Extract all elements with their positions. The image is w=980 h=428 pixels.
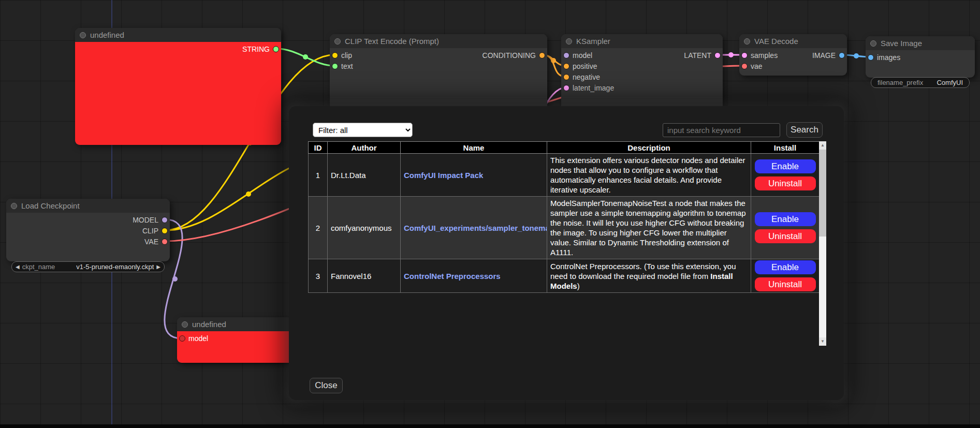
- node-title-bar[interactable]: KSampler: [561, 34, 723, 48]
- decrement-arrow-icon[interactable]: ◀: [16, 264, 20, 270]
- scrollbar-down-icon[interactable]: ▼: [819, 337, 826, 346]
- filename-prefix-widget[interactable]: filename_prefix ComfyUI: [871, 77, 970, 88]
- node-title: undefined: [192, 320, 226, 329]
- extension-link[interactable]: ControlNet Preprocessors: [404, 272, 501, 281]
- table-header-row: ID Author Name Description Install: [309, 142, 820, 154]
- search-button[interactable]: Search: [786, 122, 823, 138]
- enable-button[interactable]: Enable: [755, 212, 816, 226]
- increment-arrow-icon[interactable]: ▶: [156, 264, 160, 270]
- cell-install: Enable Uninstall: [751, 154, 820, 197]
- node-title-bar[interactable]: Load Checkpoint: [6, 199, 170, 213]
- wire-midpoint-dot: [854, 53, 859, 58]
- slot-label: positive: [573, 62, 597, 70]
- enable-button[interactable]: Enable: [755, 159, 816, 173]
- node-title-bar[interactable]: undefined: [75, 28, 281, 42]
- wire-midpoint-dot: [551, 58, 556, 63]
- scrollbar-track[interactable]: ▲ ▼: [819, 141, 826, 346]
- wire-midpoint-dot: [728, 52, 734, 57]
- node-collapse-icon[interactable]: [182, 321, 188, 328]
- cell-id: 3: [309, 259, 328, 293]
- uninstall-button[interactable]: Uninstall: [755, 277, 816, 291]
- output-slot-vae[interactable]: VAE: [6, 236, 170, 247]
- slot-dot[interactable]: [714, 52, 721, 58]
- input-slot-negative[interactable]: negative: [561, 71, 723, 82]
- output-slot-image[interactable]: IMAGE: [739, 50, 847, 61]
- output-slot-string[interactable]: STRING: [75, 43, 281, 54]
- node-title: undefined: [90, 31, 124, 39]
- node-save-image[interactable]: Save Image images filename_prefix ComfyU…: [866, 36, 975, 78]
- input-slot-text[interactable]: text: [330, 61, 547, 71]
- input-slot-images[interactable]: images: [866, 52, 975, 63]
- scrollbar-thumb[interactable]: [819, 150, 826, 237]
- slot-dot[interactable]: [273, 46, 279, 52]
- col-header-id: ID: [309, 142, 328, 154]
- widget-value: v1-5-pruned-emaonly.ckpt: [76, 263, 154, 271]
- node-vae-decode[interactable]: VAE Decode samples vae IMAGE: [739, 34, 847, 76]
- extension-table: ID Author Name Description Install 1 Dr.…: [308, 141, 820, 293]
- cell-author: comfyanonymous: [328, 197, 401, 259]
- node-collapse-icon[interactable]: [870, 40, 876, 47]
- slot-label: model: [188, 334, 208, 343]
- table-row: 3 Fannovel16 ControlNet Preprocessors Co…: [309, 259, 820, 293]
- node-load-checkpoint[interactable]: Load Checkpoint MODEL CLIP VAE ◀ ckpt_na…: [6, 199, 170, 261]
- close-button[interactable]: Close: [310, 378, 343, 393]
- cell-name: ControlNet Preprocessors: [401, 259, 547, 293]
- slot-dot[interactable]: [332, 63, 338, 69]
- widget-name: filename_prefix: [877, 79, 923, 86]
- description-text: ControlNet Preprocessors. (To use this e…: [550, 262, 736, 281]
- filter-select[interactable]: Filter: all: [313, 123, 413, 137]
- node-title: KSampler: [576, 37, 610, 46]
- slot-label: latent_image: [573, 84, 614, 92]
- extension-link[interactable]: ComfyUI_experiments/sampler_tonemap: [404, 224, 547, 232]
- slot-label: negative: [573, 73, 600, 81]
- output-slot-conditioning[interactable]: CONDITIONING: [330, 50, 547, 61]
- slot-dot[interactable]: [563, 74, 569, 80]
- node-undefined-top[interactable]: undefined STRING: [75, 28, 281, 145]
- slot-dot[interactable]: [162, 239, 168, 245]
- description-text: ): [577, 282, 580, 290]
- node-collapse-icon[interactable]: [11, 203, 17, 209]
- extension-link[interactable]: ComfyUI Impact Pack: [404, 171, 483, 180]
- output-slot-latent[interactable]: LATENT: [561, 50, 723, 61]
- scrollbar-up-icon[interactable]: ▲: [819, 141, 826, 150]
- slot-label: VAE: [144, 238, 158, 246]
- node-title-bar[interactable]: CLIP Text Encode (Prompt): [330, 34, 547, 48]
- slot-dot[interactable]: [563, 85, 569, 91]
- slot-dot[interactable]: [179, 335, 185, 342]
- table-row: 1 Dr.Lt.Data ComfyUI Impact Pack This ex…: [309, 154, 820, 197]
- col-header-name: Name: [401, 142, 547, 154]
- uninstall-button[interactable]: Uninstall: [755, 229, 816, 243]
- node-title-bar[interactable]: VAE Decode: [739, 34, 847, 48]
- custom-nodes-manager-dialog: Filter: all Search ID Author Name Descri…: [289, 106, 844, 400]
- node-title-bar[interactable]: Save Image: [866, 36, 975, 50]
- uninstall-button[interactable]: Uninstall: [755, 176, 816, 190]
- wire-midpoint-dot: [172, 276, 178, 282]
- node-collapse-icon[interactable]: [80, 32, 86, 38]
- slot-label: CONDITIONING: [482, 51, 536, 60]
- output-slot-clip[interactable]: CLIP: [6, 225, 170, 236]
- cell-install: Enable Uninstall: [751, 197, 820, 259]
- node-title: VAE Decode: [754, 37, 798, 46]
- slot-dot[interactable]: [563, 63, 569, 69]
- slot-dot[interactable]: [839, 52, 845, 58]
- ckpt-name-widget[interactable]: ◀ ckpt_name v1-5-pruned-emaonly.ckpt ▶: [11, 261, 165, 272]
- node-collapse-icon[interactable]: [334, 38, 341, 45]
- node-collapse-icon[interactable]: [566, 38, 572, 45]
- node-collapse-icon[interactable]: [744, 38, 750, 45]
- slot-label: text: [341, 62, 353, 70]
- slot-dot[interactable]: [539, 52, 545, 58]
- search-input[interactable]: [663, 123, 780, 137]
- input-slot-vae[interactable]: vae: [739, 61, 847, 71]
- canvas-bottom-edge: [0, 424, 980, 428]
- enable-button[interactable]: Enable: [755, 260, 816, 274]
- slot-dot[interactable]: [162, 228, 168, 234]
- input-slot-positive[interactable]: positive: [561, 61, 723, 71]
- output-slot-model[interactable]: MODEL: [6, 214, 170, 225]
- input-slot-latent-image[interactable]: latent_image: [561, 82, 723, 93]
- extension-table-wrap: ID Author Name Description Install 1 Dr.…: [308, 141, 826, 346]
- graph-canvas[interactable]: undefined STRING CLIP Text Encode (Promp…: [0, 0, 980, 428]
- slot-dot[interactable]: [868, 54, 874, 61]
- slot-dot[interactable]: [162, 217, 168, 223]
- cell-install: Enable Uninstall: [751, 259, 820, 293]
- slot-dot[interactable]: [741, 63, 748, 69]
